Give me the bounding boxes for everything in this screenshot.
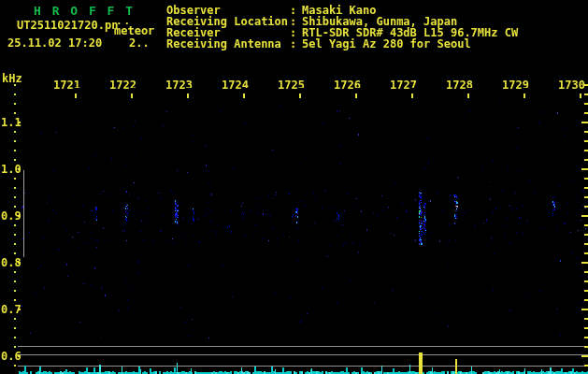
right-minor-tick (584, 150, 588, 151)
datetime-text: 25.11.02 17:20 2.. (7, 37, 150, 50)
freq-minor-tick (14, 327, 16, 329)
time-axis-tick (355, 94, 357, 98)
freq-minor-tick (14, 196, 16, 198)
freq-minor-tick (14, 271, 16, 273)
time-axis-label: 1726 (334, 79, 361, 92)
right-minor-tick (584, 94, 588, 95)
time-axis-tick (131, 94, 133, 98)
freq-minor-tick (14, 234, 16, 236)
freq-minor-tick (14, 252, 16, 254)
right-minor-tick (584, 318, 588, 320)
freq-minor-tick (14, 280, 16, 282)
right-major-tick (581, 122, 588, 123)
freq-minor-tick (14, 150, 16, 151)
freq-major-tick (18, 122, 21, 123)
right-minor-tick (584, 178, 588, 180)
right-major-tick (581, 355, 588, 357)
freq-minor-tick (14, 159, 16, 161)
freq-minor-tick (14, 337, 16, 338)
time-axis-tick (523, 94, 525, 98)
freq-major-tick (18, 215, 21, 217)
right-minor-tick (584, 103, 588, 105)
freq-major-tick (18, 262, 21, 264)
right-minor-tick (584, 252, 588, 254)
freq-major-tick (18, 309, 21, 310)
freq-minor-tick (14, 112, 16, 114)
right-minor-tick (584, 337, 588, 338)
time-label-head: 172 (109, 79, 130, 92)
right-minor-tick (584, 243, 588, 245)
time-axis-label: 1730 (558, 79, 585, 92)
time-label-head: 172 (390, 79, 410, 92)
freq-minor-tick (14, 224, 16, 226)
right-minor-tick (584, 234, 588, 236)
time-label-head: 172 (502, 79, 523, 92)
info-separator: : (290, 38, 296, 50)
time-label-head: 172 (165, 79, 186, 92)
right-minor-tick (584, 271, 588, 273)
right-minor-tick (584, 280, 588, 282)
time-axis-tick (75, 94, 77, 98)
right-minor-tick (584, 346, 588, 348)
time-axis-label: 1723 (165, 79, 193, 92)
freq-major-tick (18, 355, 21, 357)
right-major-tick (581, 215, 588, 217)
right-minor-tick (584, 290, 588, 292)
time-label-head: 172 (334, 79, 354, 92)
freq-minor-tick (14, 365, 16, 367)
freq-minor-tick (14, 84, 16, 86)
right-minor-tick (584, 131, 588, 133)
time-axis-label: 1725 (278, 79, 305, 92)
right-minor-tick (584, 196, 588, 198)
time-axis-label: 1728 (446, 79, 473, 92)
time-label-tail: 7 (410, 79, 417, 88)
right-minor-tick (584, 140, 588, 142)
time-axis-label: 1727 (390, 79, 417, 92)
time-axis-tick (243, 94, 245, 98)
right-minor-tick (584, 159, 588, 161)
time-label-tail: 4 (242, 79, 249, 88)
time-label-tail: 5 (298, 79, 305, 88)
time-label-tail: 6 (354, 79, 361, 88)
right-major-tick (581, 309, 588, 310)
freq-minor-tick (14, 290, 16, 292)
time-label-head: 172 (222, 79, 242, 92)
time-axis-tick (299, 94, 301, 98)
time-label-tail: 8 (466, 79, 473, 88)
time-axis-label: 1722 (109, 79, 136, 92)
freq-minor-tick (14, 178, 16, 180)
freq-minor-tick (14, 140, 16, 142)
info-row: Receiving Antenna:5el Yagi Az 280 for Se… (166, 38, 588, 50)
right-minor-tick (584, 206, 588, 208)
freq-minor-tick (14, 131, 16, 133)
freq-major-tick (18, 168, 21, 170)
right-minor-tick (584, 299, 588, 301)
time-axis-label: 1729 (502, 79, 529, 92)
time-axis-tick (411, 94, 413, 98)
freq-minor-tick (14, 346, 16, 348)
right-minor-tick (584, 365, 588, 367)
time-axis-tick (187, 94, 189, 98)
right-minor-tick (584, 224, 588, 226)
right-minor-tick (584, 187, 588, 189)
freq-minor-tick (14, 103, 16, 105)
time-label-tail: 3 (186, 79, 193, 88)
freq-minor-tick (14, 206, 16, 208)
info-value: 5el Yagi Az 280 for Seoul (302, 38, 471, 50)
time-label-tail: 9 (523, 79, 529, 88)
time-axis-tick (580, 94, 581, 98)
right-major-tick (581, 262, 588, 264)
time-label-head: 172 (446, 79, 466, 92)
time-label-head: 172 (278, 79, 298, 92)
time-label-head: 173 (558, 79, 579, 92)
right-minor-tick (584, 112, 588, 114)
app-title: H R O F F T (34, 5, 135, 18)
hrofft-output-screen: H R O F F T UT2511021720.pn ·· meteor 25… (0, 0, 588, 374)
right-major-tick (581, 168, 588, 170)
freq-minor-tick (14, 94, 16, 95)
info-label: Receiving Antenna (166, 38, 281, 50)
time-label-head: 172 (53, 79, 74, 92)
right-minor-tick (584, 84, 588, 86)
right-minor-tick (584, 327, 588, 329)
time-axis-label: 1724 (222, 79, 249, 92)
